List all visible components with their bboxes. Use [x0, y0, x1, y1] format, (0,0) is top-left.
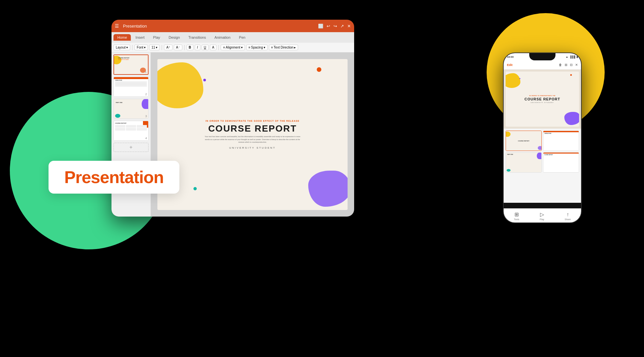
tab-pen[interactable]: Pen	[235, 34, 250, 41]
phone-orange-dot	[570, 74, 572, 76]
slide-thumbnail-3[interactable]: PART ONE 3	[113, 99, 149, 119]
phone-purple-blob	[564, 112, 579, 125]
thumb2-line-4	[115, 86, 147, 86]
main-slide-area[interactable]: IN ORDER TO DEMONSTRATE THE GOOD EFFECT …	[151, 52, 354, 217]
slide-purple-dot	[203, 79, 206, 81]
slide-thumbnail-2[interactable]: CATALOGUE 2	[113, 77, 149, 97]
thumb1-title: COURSE REPORT	[118, 57, 130, 59]
phone-slide-title: COURSE REPORT	[525, 97, 560, 101]
phone-edit-button[interactable]: Edit	[507, 63, 513, 67]
menu-icon[interactable]: ☰	[115, 23, 119, 29]
mini-title-2: CATALOGUE	[543, 132, 579, 135]
share-label: Share	[565, 218, 571, 220]
mini-purple-1	[538, 146, 541, 150]
italic-button[interactable]: I	[195, 45, 200, 50]
mini-teal-3	[507, 169, 511, 172]
spacing-dropdown-icon: ▾	[264, 46, 265, 49]
phone-slide-author: UNIVERSITY STUDENT	[531, 102, 554, 103]
phone-slide-grid: COURSE REPORT CATALOGUE PART ONE	[506, 131, 579, 173]
toolbar-separator-3	[184, 45, 185, 50]
tablet-top-icons: ⬜ ↩ ↪ ↗ ✕	[318, 24, 351, 29]
slide-number-1: 1	[145, 70, 147, 74]
layout-dropdown-icon: ▾	[126, 46, 128, 49]
tools-icon: ⊞	[514, 211, 519, 218]
text-direction-button[interactable]: ≡ Text Direction ▸	[269, 45, 298, 50]
slide-title-main: COURSE REPORT	[208, 123, 297, 134]
phone-slide-mini-4[interactable]: COURSE REPORT	[543, 152, 579, 173]
export-icon[interactable]: ↗	[340, 24, 344, 29]
tab-home[interactable]: Home	[113, 34, 131, 41]
phone-signal-icon: ▐▐▐	[570, 55, 575, 58]
phone-time: 18:00	[507, 55, 513, 58]
thumb4-col-3	[137, 125, 147, 131]
undo-icon[interactable]: ↩	[327, 24, 330, 29]
phone-delete-icon[interactable]: 🗑	[559, 63, 562, 67]
slide-thumbnail-4[interactable]: COURSE REPORT	[113, 121, 149, 141]
play-label: Play	[540, 218, 544, 220]
thumb3-title: PART ONE	[116, 102, 122, 103]
text-direction-dropdown-icon: ▸	[294, 46, 296, 49]
font-button[interactable]: Font ▾	[134, 45, 148, 50]
bold-button[interactable]: B	[187, 45, 193, 50]
phone-tool-icons: 🗑 ⊞ ⊟ ✕	[559, 63, 578, 67]
tab-transitions[interactable]: Transitions	[185, 34, 210, 41]
phone-grid-icon[interactable]: ⊞	[565, 63, 567, 67]
slide-canvas: IN ORDER TO DEMONSTRATE THE GOOD EFFECT …	[157, 59, 348, 210]
slide-number-4: 4	[145, 136, 147, 140]
phone-nav-share[interactable]: ↑ Share	[565, 212, 571, 220]
text-color-button[interactable]: A	[210, 45, 217, 50]
phone-battery-icon: ▮	[576, 55, 578, 58]
toolbar-separator-4	[218, 45, 219, 50]
font-increase-button[interactable]: A⁺	[164, 45, 172, 50]
font-size-dropdown-icon: ▾	[156, 46, 157, 49]
tools-label: Tools	[514, 218, 519, 220]
phone-nav-play[interactable]: ▷ Play	[540, 211, 544, 220]
phone-toolbar: Edit 🗑 ⊞ ⊟ ✕	[504, 60, 581, 70]
add-slide-button[interactable]: +	[113, 143, 149, 152]
thumb2-orange-bar	[114, 77, 148, 79]
phone-close-icon[interactable]: ✕	[575, 63, 578, 67]
layout-button[interactable]: Layout ▾	[113, 45, 130, 50]
tab-design[interactable]: Design	[165, 34, 184, 41]
slide-body-text: Your text has been concise and beautiful…	[203, 135, 302, 144]
phone-slide-mini-1[interactable]: COURSE REPORT	[506, 131, 542, 151]
underline-button[interactable]: U	[202, 45, 209, 50]
phone-slide-area: IN ORDER TO DEMONSTRATE THE COURSE REPOR…	[504, 70, 581, 129]
phone-slide-mini-3[interactable]: PART ONE	[506, 152, 542, 173]
share-icon: ↑	[566, 212, 569, 218]
spacing-button[interactable]: ≡ Spacing ▾	[246, 45, 268, 50]
phone-nav-tools[interactable]: ⊞ Tools	[514, 211, 519, 220]
thumb2-lines	[115, 82, 147, 87]
font-size-button[interactable]: 11 ▾	[149, 45, 160, 50]
phone-notch	[529, 53, 555, 60]
font-dropdown-icon: ▾	[144, 46, 146, 49]
thumb3-background: PART ONE	[114, 99, 148, 118]
alignment-button[interactable]: ≡ Alignment ▾	[221, 45, 245, 50]
slide-subtitle-top: IN ORDER TO DEMONSTRATE THE GOOD EFFECT …	[206, 120, 299, 122]
slide-teal-dot	[193, 187, 197, 190]
phone-device: 18:00 ▲ ▐▐▐ ▮ Edit 🗑 ⊞ ⊟ ✕ I	[503, 52, 582, 256]
thumb4-title: COURSE REPORT	[115, 122, 127, 124]
phone-grid2-icon[interactable]: ⊟	[570, 63, 573, 67]
thumb2-line-3	[115, 84, 147, 85]
thumb4-line-6	[137, 128, 147, 131]
thumb4-col-1	[115, 125, 125, 131]
phone-status-right: ▲ ▐▐▐ ▮	[566, 55, 578, 58]
tab-insert[interactable]: Insert	[131, 34, 149, 41]
slide-thumb-inner-2: CATALOGUE	[114, 77, 148, 96]
slide-orange-dot	[317, 67, 321, 72]
phone-slide-canvas: IN ORDER TO DEMONSTRATE THE COURSE REPOR…	[506, 72, 579, 127]
underline-label: U	[204, 46, 206, 49]
tab-play[interactable]: Play	[149, 34, 164, 41]
mini-title-4: COURSE REPORT	[543, 154, 579, 156]
redo-icon[interactable]: ↪	[333, 24, 337, 29]
tablet-nav-tabs: Home Insert Play Design Transitions Anim…	[111, 32, 354, 43]
tab-animation[interactable]: Animation	[211, 34, 234, 41]
fullscreen-icon[interactable]: ⬜	[318, 24, 323, 29]
mini-title-1: COURSE REPORT	[518, 140, 530, 141]
mini-title-3: PART ONE	[507, 154, 513, 155]
font-decrease-button[interactable]: A⁻	[174, 45, 182, 50]
close-icon[interactable]: ✕	[347, 24, 351, 29]
phone-slide-mini-2[interactable]: CATALOGUE	[543, 131, 579, 151]
slide-thumbnail-1[interactable]: COURSE REPORT UNIVERSITY STUDENT 1	[113, 54, 149, 75]
